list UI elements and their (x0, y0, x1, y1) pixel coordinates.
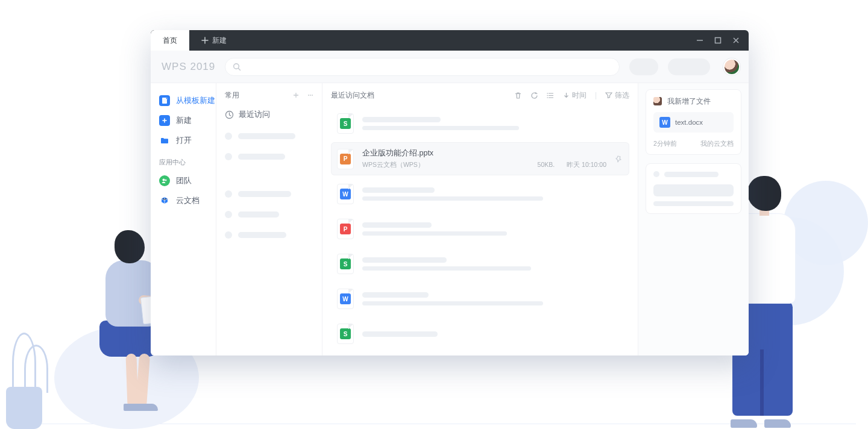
maximize-button[interactable] (714, 36, 722, 45)
file-list: S P 企业版功能介绍.pptx WPS云文档（WPS） 50KB. (322, 107, 638, 352)
brand-label: WPS 2019 (162, 61, 215, 73)
sidebar-item-cloud-docs[interactable]: 云文档 (159, 192, 216, 210)
minimize-button[interactable] (696, 36, 704, 45)
file-row[interactable]: S (331, 248, 629, 280)
notification-file-name: text.docx (675, 119, 703, 126)
recent-header-label: 常用 (225, 90, 239, 101)
toolbar-user-pill[interactable] (668, 58, 710, 75)
svg-point-7 (312, 95, 313, 96)
recent-skeleton-list (216, 126, 322, 245)
list-item[interactable] (225, 225, 313, 245)
file-type-icon: S (337, 254, 354, 274)
clock-icon (225, 110, 234, 119)
sidebar-item-open[interactable]: 打开 (159, 131, 216, 149)
search-icon (233, 63, 241, 71)
recent-access-heading: 最近访问 (216, 107, 322, 126)
team-icon (159, 175, 170, 186)
pin-icon[interactable] (615, 155, 623, 163)
template-icon (159, 95, 170, 106)
list-item[interactable] (225, 184, 313, 204)
window-controls (687, 30, 749, 51)
tab-new-label: 新建 (212, 36, 227, 46)
file-type-icon: P (337, 219, 354, 239)
list-item[interactable] (225, 126, 313, 146)
window-tabs: 首页 新建 (151, 30, 239, 51)
window-body: 从模板新建 新建 打开 应用中心 (151, 83, 749, 355)
word-doc-icon: W (659, 117, 670, 128)
svg-point-9 (547, 93, 548, 94)
file-size: 50KB. (538, 161, 555, 169)
file-type-icon: S (337, 113, 354, 134)
sidebar-item-label: 新建 (176, 116, 192, 126)
notification-avatar (653, 97, 662, 105)
recent-column: 常用 最近访问 (216, 83, 322, 355)
refresh-icon[interactable] (530, 92, 538, 99)
titlebar: 首页 新建 (151, 30, 749, 51)
sort-time-button[interactable]: 时间 (563, 91, 587, 100)
user-avatar[interactable] (723, 58, 740, 75)
sidebar-item-label: 打开 (176, 136, 192, 146)
svg-point-6 (310, 95, 311, 96)
notification-card-placeholder (646, 163, 741, 214)
tab-home[interactable]: 首页 (151, 30, 189, 51)
delete-icon[interactable] (514, 92, 522, 99)
close-button[interactable] (732, 36, 740, 45)
recent-column-header: 常用 (216, 83, 322, 107)
list-item[interactable] (225, 146, 313, 167)
svg-point-5 (308, 95, 309, 96)
svg-rect-0 (715, 38, 721, 43)
file-type-icon: P (337, 149, 354, 169)
notifications-column: 我新增了文件 W text.docx 2分钟前 我的云文档 (638, 83, 749, 355)
notification-time: 2分钟前 (653, 140, 677, 148)
app-window: 首页 新建 WPS 2019 (151, 30, 749, 355)
file-name: 企业版功能介绍.pptx (362, 148, 606, 158)
notification-card[interactable]: 我新增了文件 W text.docx 2分钟前 我的云文档 (646, 89, 741, 155)
plus-square-icon (159, 115, 170, 126)
file-row[interactable]: W (331, 283, 629, 315)
sidebar-item-new[interactable]: 新建 (159, 111, 216, 130)
sidebar-item-team[interactable]: 团队 (159, 172, 216, 190)
file-type-icon: W (337, 184, 354, 204)
notification-title-row: 我新增了文件 (653, 97, 734, 106)
sidebar-item-label: 云文档 (176, 196, 200, 206)
cloud-cube-icon (159, 195, 170, 206)
list-view-icon[interactable] (547, 92, 555, 99)
sidebar-item-label: 团队 (176, 176, 192, 186)
notification-file[interactable]: W text.docx (653, 112, 734, 133)
file-row[interactable]: W (331, 178, 629, 210)
stage: 首页 新建 WPS 2019 (0, 0, 868, 429)
sort-time-label: 时间 (572, 91, 587, 100)
sidebar: 从模板新建 新建 打开 应用中心 (151, 83, 216, 355)
file-source: WPS云文档（WPS） (362, 161, 424, 169)
files-column-header: 最近访问文档 时间 | 筛选 (322, 83, 638, 107)
filter-label: 筛选 (615, 91, 629, 100)
sidebar-item-label: 从模板新建 (176, 96, 215, 106)
recent-access-label: 最近访问 (239, 110, 270, 120)
file-row[interactable]: S (331, 107, 629, 140)
plant-illustration (6, 387, 42, 429)
sidebar-item-new-from-template[interactable]: 从模板新建 (159, 92, 216, 110)
file-row-active[interactable]: P 企业版功能介绍.pptx WPS云文档（WPS） 50KB. 昨天 10:1… (331, 142, 629, 175)
filter-button[interactable]: 筛选 (605, 91, 629, 100)
add-icon[interactable] (293, 92, 299, 98)
file-row[interactable]: S (331, 318, 629, 350)
notification-footer: 2分钟前 我的云文档 (653, 140, 734, 148)
notification-title: 我新增了文件 (667, 98, 711, 105)
svg-point-4 (165, 179, 166, 181)
tab-new[interactable]: 新建 (189, 30, 239, 51)
svg-point-3 (163, 179, 165, 181)
toolbar-action-pill[interactable] (629, 58, 658, 75)
files-column: 最近访问文档 时间 | 筛选 (322, 83, 638, 355)
search-input[interactable] (225, 58, 620, 76)
file-type-icon: S (337, 324, 354, 344)
plus-icon (201, 37, 209, 44)
toolbar: WPS 2019 (151, 51, 749, 83)
svg-point-10 (547, 95, 548, 96)
file-type-icon: W (337, 289, 354, 309)
more-icon[interactable] (307, 92, 313, 98)
tab-home-label: 首页 (163, 36, 177, 46)
file-time: 昨天 10:10:00 (567, 161, 606, 169)
list-item[interactable] (225, 204, 313, 225)
file-row[interactable]: P (331, 213, 629, 245)
notification-location: 我的云文档 (700, 140, 734, 148)
